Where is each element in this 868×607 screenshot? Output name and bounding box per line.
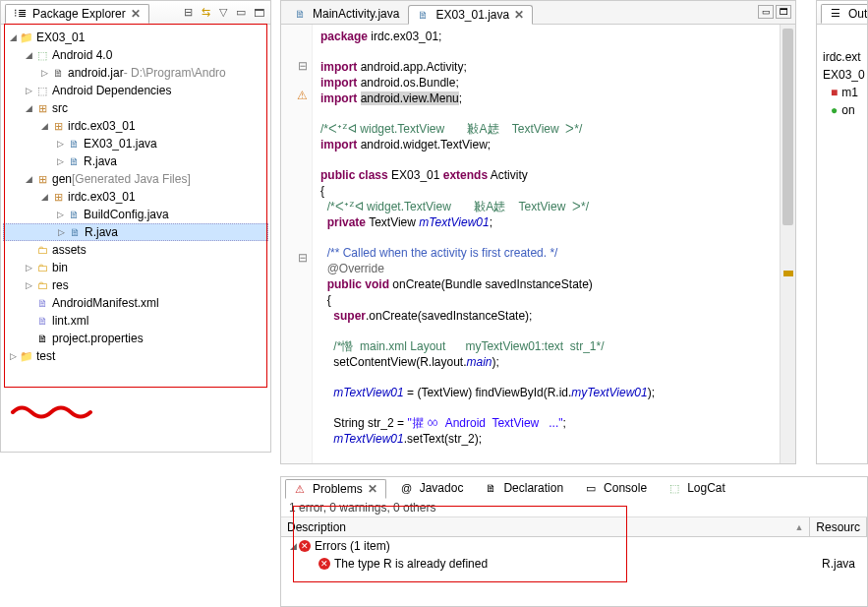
maximize-icon[interactable]: 🗖 (251, 5, 266, 21)
tree-gen-file2[interactable]: ▷🗎R.java (3, 223, 268, 241)
tree-src-pkg[interactable]: ◢⊞irdc.ex03_01 (3, 117, 268, 135)
outline-field[interactable]: ■m1 (819, 84, 865, 101)
java-file-icon: 🗎 (292, 6, 308, 22)
annotation-squiggle (10, 403, 98, 424)
source-folder-icon: ⊞ (34, 171, 50, 187)
tree-manifest[interactable]: 🗎AndroidManifest.xml (3, 294, 268, 312)
editor-body: ⊟ ⚠ ⊟ package irdc.ex03_01; import andro… (281, 25, 795, 463)
warning-marker[interactable] (783, 271, 793, 276)
outline-tab[interactable]: ☰Outli (821, 4, 868, 24)
explorer-tab[interactable]: ⁝≣ Package Explorer ✕ (5, 4, 149, 24)
declaration-icon: 🗎 (483, 480, 498, 496)
minimize-icon[interactable]: ▭ (758, 5, 774, 19)
public-icon: ● (831, 103, 838, 117)
tree-gen-pkg[interactable]: ◢⊞irdc.ex03_01 (3, 188, 268, 206)
tree-src-file1[interactable]: ▷🗎EX03_01.java (3, 135, 268, 152)
tree-androidjar[interactable]: ▷🗎android.jar - D:\Program\Andro (3, 64, 268, 82)
android-icon: ⬚ (34, 47, 50, 63)
outline-icon: ☰ (828, 6, 843, 22)
problems-tab[interactable]: ⚠Problems✕ (285, 479, 386, 499)
declaration-tab[interactable]: 🗎Declaration (476, 478, 570, 498)
warning-icon[interactable]: ⚠ (297, 89, 308, 102)
sort-icon: ▲ (794, 522, 803, 532)
outline-class[interactable]: EX03_0 (819, 66, 865, 84)
tree-deps[interactable]: ▷⬚Android Dependencies (3, 82, 268, 99)
editor-tab-main[interactable]: 🗎MainActivity.java (285, 4, 406, 24)
tree-android-lib[interactable]: ◢⬚Android 4.0 (3, 46, 268, 64)
java-file-icon: 🗎 (66, 207, 82, 222)
collapse-all-icon[interactable]: ⊟ (180, 5, 196, 21)
source-folder-icon: ⊞ (34, 100, 50, 116)
package-icon: ⁝≣ (12, 6, 28, 22)
col-description[interactable]: Description▲ (281, 517, 810, 536)
console-tab[interactable]: ▭Console (576, 478, 654, 498)
outline-method[interactable]: ●on (819, 101, 865, 119)
folder-icon: 🗀 (34, 260, 50, 275)
tree-test[interactable]: ▷📁test (3, 347, 268, 365)
project-icon: 📁 (19, 348, 34, 364)
package-explorer-panel: ⁝≣ Package Explorer ✕ ⊟ ⇆ ▽ ▭ 🗖 ◢📁EX03_0… (0, 0, 271, 453)
problems-tabs: ⚠Problems✕ @Javadoc 🗎Declaration ▭Consol… (281, 477, 867, 499)
minimize-icon[interactable]: ▭ (233, 5, 249, 21)
file-icon: 🗎 (34, 331, 50, 346)
editor-scrollbar[interactable] (780, 25, 795, 463)
outline-header: ☰Outli (817, 1, 867, 25)
error-icon: ✕ (318, 558, 330, 570)
problems-icon: ⚠ (292, 481, 308, 497)
editor-panel: 🗎MainActivity.java 🗎EX03_01.java✕ ▭🗖 ⊟ ⚠… (280, 0, 796, 464)
folder-icon: 🗀 (34, 242, 50, 258)
private-icon: ■ (831, 86, 838, 99)
problems-panel: ⚠Problems✕ @Javadoc 🗎Declaration ▭Consol… (280, 476, 868, 607)
outline-pkg[interactable]: irdc.ext (819, 48, 865, 66)
tree-bin[interactable]: ▷🗀bin (3, 259, 268, 276)
explorer-tree: ◢📁EX03_01 ◢⬚Android 4.0 ▷🗎android.jar - … (1, 25, 270, 452)
outline-tree: irdc.ext EX03_0 ■m1 ●on (817, 25, 867, 463)
java-file-icon: 🗎 (66, 136, 82, 152)
tree-gen[interactable]: ◢⊞gen [Generated Java Files] (3, 170, 268, 188)
explorer-toolbar: ⊟ ⇆ ▽ ▭ 🗖 (180, 5, 266, 21)
close-icon[interactable]: ✕ (366, 482, 379, 496)
javadoc-icon: @ (399, 480, 415, 496)
editor-minmax: ▭🗖 (758, 5, 791, 19)
outline-panel: ☰Outli irdc.ext EX03_0 ■m1 ●on (816, 0, 868, 464)
close-icon[interactable]: ✕ (129, 7, 143, 21)
error-group[interactable]: ◢✕Errors (1 item) (281, 537, 867, 555)
fold-icon[interactable]: ⊟ (281, 58, 312, 73)
editor-gutter: ⊟ ⚠ ⊟ (281, 25, 313, 463)
logcat-tab[interactable]: ⬚LogCat (660, 478, 732, 498)
project-icon: 📁 (19, 30, 34, 45)
error-icon: ✕ (299, 540, 311, 552)
tree-lint[interactable]: 🗎lint.xml (3, 312, 268, 330)
library-icon: ⬚ (34, 83, 50, 98)
logcat-icon: ⬚ (666, 480, 682, 496)
tree-project[interactable]: ◢📁EX03_01 (3, 29, 268, 46)
package-icon: ⊞ (50, 189, 66, 205)
java-file-icon: 🗎 (67, 224, 83, 240)
jar-icon: 🗎 (50, 65, 66, 81)
problems-status: 1 error, 0 warnings, 0 others (281, 499, 867, 517)
close-icon[interactable]: ✕ (512, 8, 526, 22)
tree-assets[interactable]: 🗀assets (3, 241, 268, 259)
java-file-icon: 🗎 (415, 7, 431, 23)
javadoc-tab[interactable]: @Javadoc (392, 478, 471, 498)
explorer-title: Package Explorer (32, 7, 126, 21)
fold-icon[interactable]: ⊟ (281, 250, 312, 265)
editor-tab-ex03[interactable]: 🗎EX03_01.java✕ (408, 5, 533, 25)
tree-res[interactable]: ▷🗀res (3, 276, 268, 294)
tree-gen-file1[interactable]: ▷🗎BuildConfig.java (3, 206, 268, 223)
error-item[interactable]: ✕The type R is already defined R.java (281, 555, 867, 573)
console-icon: ▭ (583, 480, 599, 496)
link-editor-icon[interactable]: ⇆ (198, 5, 213, 21)
view-menu-icon[interactable]: ▽ (215, 5, 231, 21)
editor-tabs: 🗎MainActivity.java 🗎EX03_01.java✕ (281, 1, 795, 25)
tree-src-file2[interactable]: ▷🗎R.java (3, 152, 268, 170)
maximize-icon[interactable]: 🗖 (776, 5, 791, 19)
folder-icon: 🗀 (34, 277, 50, 293)
tree-src[interactable]: ◢⊞src (3, 99, 268, 117)
java-file-icon: 🗎 (66, 153, 82, 169)
xml-file-icon: 🗎 (34, 295, 50, 311)
col-resource[interactable]: Resourc (810, 517, 867, 536)
problems-header: Description▲ Resourc (281, 517, 867, 537)
tree-props[interactable]: 🗎project.properties (3, 330, 268, 347)
code-area[interactable]: package irdc.ex03_01; import android.app… (313, 25, 795, 463)
